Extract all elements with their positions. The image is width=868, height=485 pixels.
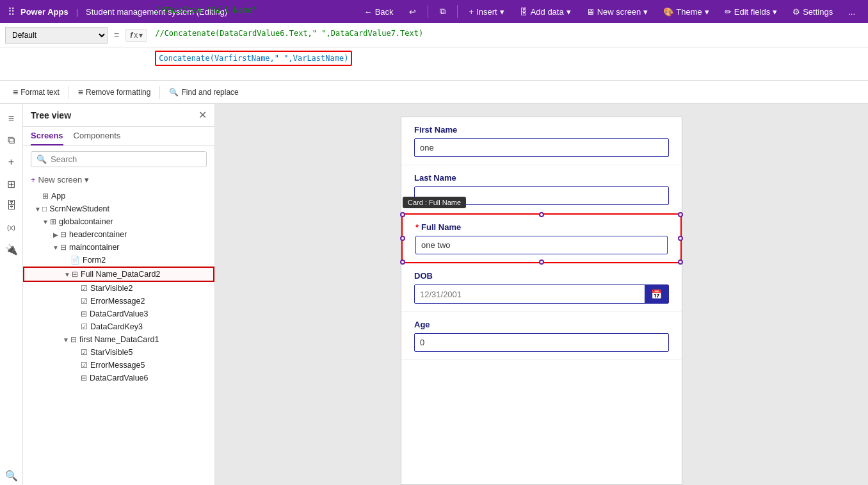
layers-icon[interactable]: ⧉ [2, 131, 21, 150]
tree-item-app[interactable]: ⊞ App [23, 190, 214, 202]
plugin-icon[interactable]: 🔌 [2, 240, 21, 259]
format-text-icon: ≡ [13, 87, 18, 97]
tab-screens[interactable]: Screens [31, 127, 63, 145]
formula-bar-top: Default = fx ▾ //ThisItem.'Full Name' //… [0, 23, 868, 47]
calendar-button[interactable]: 📅 [645, 285, 668, 303]
app-icon: ⊞ [42, 192, 49, 201]
fullname-input[interactable] [415, 236, 668, 254]
dob-label: DOB [414, 271, 669, 281]
tree-item-datacardvalue3[interactable]: ⊟ DataCardValue3 [23, 308, 214, 320]
hamburger-icon[interactable]: ≡ [2, 109, 21, 128]
tree-arrow-scrn: ▼ [33, 206, 42, 213]
tree-label-dck3: DataCardKey3 [90, 322, 214, 331]
handle-bc[interactable] [539, 259, 544, 265]
var-icon[interactable]: (x) [2, 218, 21, 237]
topbar-separator: | [76, 7, 78, 17]
handle-tc[interactable] [539, 212, 544, 217]
tree-panel-title: Tree view [31, 110, 71, 120]
age-field-group: Age [401, 312, 682, 360]
formula-content[interactable]: //ThisItem.'Full Name' //Concatenate(Dat… [150, 2, 863, 69]
dcv6-icon: ⊟ [81, 374, 87, 382]
tree-arrow-global: ▼ [41, 218, 50, 226]
grid-icon: ⠿ [8, 6, 15, 18]
tree-panel-header: Tree view ✕ [23, 104, 214, 127]
chevron-down-icon7: ▾ [84, 175, 89, 185]
fullname-datacard-icon: ⊟ [72, 270, 78, 279]
em2-icon: ☑ [81, 297, 88, 306]
chevron-down-icon6: ▾ [139, 31, 143, 40]
fullname-label: *Full Name [415, 222, 668, 232]
tree-item-errormessage5[interactable]: ☑ ErrorMessage5 [23, 359, 214, 372]
remove-formatting-button[interactable]: ≡ Remove formatting [73, 85, 156, 100]
global-icon: ⊞ [50, 217, 56, 226]
main-area: ≡ ⧉ + ⊞ 🗄 (x) 🔌 🔍 Tree view ✕ Screens Co… [0, 104, 868, 485]
formula-equals: = [114, 30, 119, 40]
tree-item-errormessage2[interactable]: ☑ ErrorMessage2 [23, 295, 214, 308]
firstname-input[interactable] [414, 138, 669, 157]
tree-label-app: App [51, 192, 214, 201]
tree-label-form2: Form2 [83, 256, 214, 265]
tree-item-datacardvalue6[interactable]: ⊟ DataCardValue6 [23, 372, 214, 384]
tab-components[interactable]: Components [74, 127, 121, 145]
formula-fx-button[interactable]: fx ▾ [125, 29, 147, 42]
formula-line2: //Concatenate(DataCardValue6.Text," ",Da… [155, 28, 858, 39]
tree-item-form2[interactable]: 📄 Form2 [23, 254, 214, 267]
dob-field-group: DOB 📅 [401, 263, 682, 312]
format-text-button[interactable]: ≡ Format text [8, 85, 65, 100]
card-tooltip: Card : Full Name [403, 197, 466, 208]
toolbar-separator1 [68, 86, 69, 99]
search-rail-icon[interactable]: 🔍 [2, 466, 21, 485]
tree-label-fn1: first Name_DataCard1 [79, 335, 214, 344]
new-screen-tree-button[interactable]: + New screen ▾ [23, 172, 214, 187]
canvas-area: First Name Last Name Card : Full Name [215, 104, 868, 485]
handle-tl[interactable] [400, 212, 405, 217]
tree-label-dcv3: DataCardValue3 [90, 309, 214, 318]
search-box: 🔍 [31, 151, 207, 167]
plus-icon2: + [31, 175, 36, 185]
tree-label-sv2: StarVisible2 [90, 284, 214, 293]
tree-arrow-main: ▼ [51, 244, 60, 251]
main-icon: ⊟ [60, 243, 67, 252]
tree-item-scrnnewstudent[interactable]: ▼ □ ScrnNewStudent [23, 202, 214, 215]
search-input[interactable] [51, 154, 201, 164]
header-icon: ⊟ [60, 230, 67, 239]
handle-ml[interactable] [400, 236, 405, 241]
close-tree-panel-button[interactable]: ✕ [198, 109, 207, 121]
icon-rail: ≡ ⧉ + ⊞ 🗄 (x) 🔌 🔍 [0, 104, 23, 485]
formula-name-select[interactable]: Default [5, 27, 108, 44]
tree-item-firstname-datacard1[interactable]: ▼ ⊟ first Name_DataCard1 [23, 333, 214, 346]
tree-label-dcv6: DataCardValue6 [90, 374, 214, 382]
remove-format-icon: ≡ [78, 87, 83, 97]
tree-item-headercontainer[interactable]: ▶ ⊟ headercontainer [23, 228, 214, 241]
tree-arrow-fn1: ▼ [61, 336, 70, 343]
find-replace-button[interactable]: 🔍 Find and replace [164, 85, 243, 99]
tree-item-maincontainer[interactable]: ▼ ⊟ maincontainer [23, 241, 214, 254]
components-icon[interactable]: ⊞ [2, 174, 21, 193]
age-input[interactable] [414, 333, 669, 352]
app-logo: Power Apps [20, 7, 68, 17]
lastname-label: Last Name [414, 173, 669, 183]
tree-item-datacardkey3[interactable]: ☑ DataCardKey3 [23, 320, 214, 333]
tree-panel-tabs: Screens Components [23, 127, 214, 146]
dob-input[interactable] [415, 285, 645, 303]
handle-tr[interactable] [678, 212, 683, 217]
toolbar-row: ≡ Format text ≡ Remove formatting 🔍 Find… [0, 81, 868, 104]
tree-item-globalcontainer[interactable]: ▼ ⊞ globalcontainer [23, 215, 214, 228]
tree-label-em2: ErrorMessage2 [90, 297, 214, 306]
dob-row: 📅 [414, 284, 669, 304]
tree-content: ⊞ App ▼ □ ScrnNewStudent ▼ ⊞ globalconta… [23, 187, 214, 485]
tree-label-sv5: StarVisible5 [90, 348, 214, 357]
formula-line1: //ThisItem.'Full Name' [155, 4, 858, 16]
tree-item-starvisible2[interactable]: ☑ StarVisible2 [23, 282, 214, 295]
formula-bar: Default = fx ▾ //ThisItem.'Full Name' //… [0, 23, 868, 81]
handle-br[interactable] [678, 259, 683, 265]
tree-item-starvisible5[interactable]: ☑ StarVisible5 [23, 346, 214, 359]
toolbar-separator2 [159, 86, 160, 99]
handle-mr[interactable] [678, 236, 683, 241]
tree-item-fullname-datacard2[interactable]: ▼ ⊟ Full Name_DataCard2 [23, 267, 214, 282]
age-label: Age [414, 320, 669, 329]
data-rail-icon[interactable]: 🗄 [2, 196, 21, 215]
insert-rail-icon[interactable]: + [2, 152, 21, 172]
handle-bl[interactable] [400, 259, 405, 265]
dck3-icon: ☑ [81, 322, 88, 331]
